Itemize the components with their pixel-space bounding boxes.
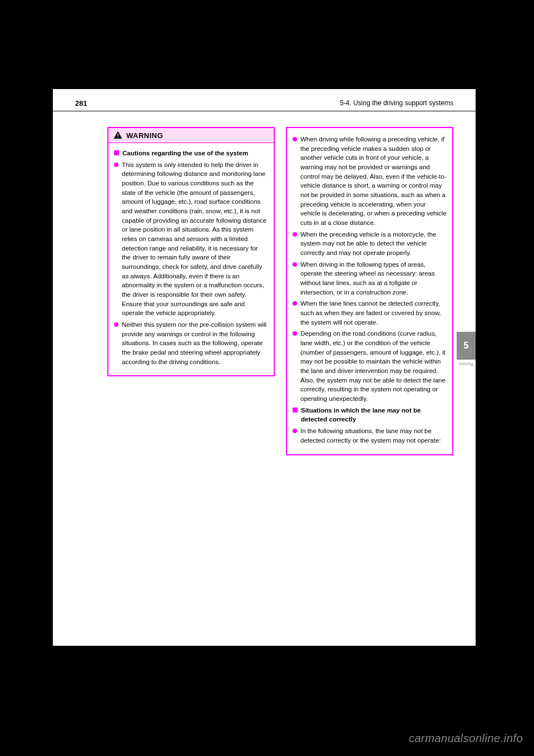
warning-box: WARNING Cautions regarding the use of th… xyxy=(107,127,275,376)
bullet-item: When driving in the following types of a… xyxy=(293,260,447,297)
bullet-dot-icon xyxy=(293,331,297,336)
warning-heading-text: Cautions regarding the use of the system xyxy=(122,149,248,158)
bullet-item: When driving while following a preceding… xyxy=(293,135,447,228)
bullet-dot-icon xyxy=(293,232,297,237)
bullet-dot-icon xyxy=(293,262,297,267)
bullet-dot-icon xyxy=(114,163,118,167)
square-bullet-icon xyxy=(293,408,298,413)
left-column: WARNING Cautions regarding the use of th… xyxy=(107,127,275,455)
bullet-text: When driving while following a preceding… xyxy=(300,135,447,228)
chapter-tab: 5 xyxy=(457,332,476,360)
bullet-dot-icon xyxy=(293,301,297,306)
warning-label: WARNING xyxy=(126,131,163,140)
bullet-item: When the preceding vehicle is a motorcyc… xyxy=(293,230,447,258)
page-number: 281 xyxy=(75,99,87,107)
bullet-dot-icon xyxy=(293,137,297,141)
page-header: 281 5-4. Using the driving support syste… xyxy=(53,99,476,111)
bullet-text: When the preceding vehicle is a motorcyc… xyxy=(300,230,447,258)
bullet-text: In the following situations, the lane ma… xyxy=(300,426,447,445)
warning-icon xyxy=(113,130,123,140)
svg-rect-1 xyxy=(117,137,118,138)
warning-header: WARNING xyxy=(108,128,274,143)
chapter-tab-caption: Driving xyxy=(457,362,476,367)
continuation-box: When driving while following a preceding… xyxy=(286,127,453,455)
bullet-text: When the lane lines cannot be detected c… xyxy=(300,299,447,327)
bullet-text: Depending on the road conditions (curve … xyxy=(300,329,447,403)
warning-sub-heading: Situations in which the lane may not be … xyxy=(293,406,447,424)
bullet-text: This system is only intended to help the… xyxy=(122,160,268,318)
bullet-item: Depending on the road conditions (curve … xyxy=(293,329,447,403)
right-column: When driving while following a preceding… xyxy=(286,127,453,455)
bullet-text: When driving in the following types of a… xyxy=(300,260,447,297)
chapter-tab-number: 5 xyxy=(464,341,469,351)
warning-sub-heading: Cautions regarding the use of the system xyxy=(114,149,268,158)
bullet-text: Neither this system nor the pre-collisio… xyxy=(122,320,268,366)
bullet-item: When the lane lines cannot be detected c… xyxy=(293,299,447,327)
continuation-body: When driving while following a preceding… xyxy=(287,128,452,454)
warning-heading-text: Situations in which the lane may not be … xyxy=(301,406,447,424)
bullet-item: This system is only intended to help the… xyxy=(114,160,268,318)
warning-body: Cautions regarding the use of the system… xyxy=(108,143,274,375)
square-bullet-icon xyxy=(114,150,119,155)
watermark: carmanualsonline.info xyxy=(409,732,523,745)
section-name: 5-4. Using the driving support systems xyxy=(340,99,453,107)
svg-rect-0 xyxy=(117,134,118,136)
bullet-item: Neither this system nor the pre-collisio… xyxy=(114,320,268,366)
bullet-dot-icon xyxy=(114,322,118,327)
content-columns: WARNING Cautions regarding the use of th… xyxy=(107,127,453,455)
bullet-item: In the following situations, the lane ma… xyxy=(293,426,447,445)
manual-page: 281 5-4. Using the driving support syste… xyxy=(53,89,476,646)
bullet-dot-icon xyxy=(293,429,297,433)
